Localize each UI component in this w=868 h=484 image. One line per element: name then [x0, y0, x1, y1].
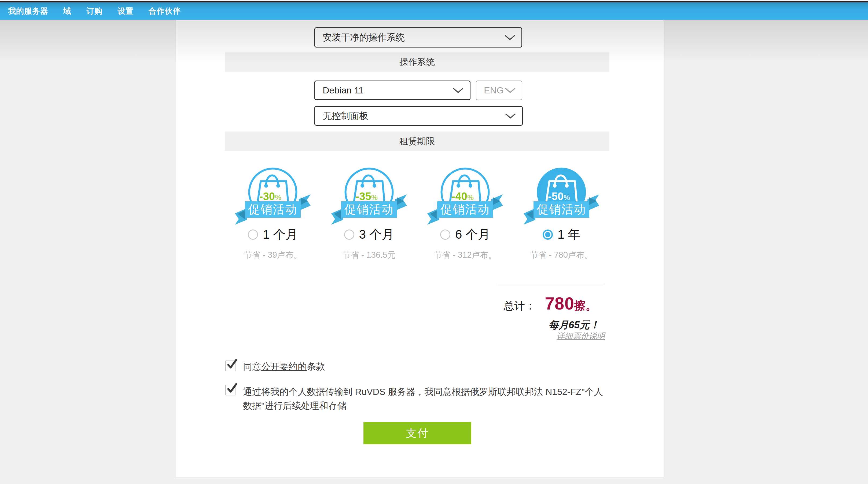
lease-section-header: 租赁期限 — [225, 132, 610, 151]
control-panel-select[interactable]: 无控制面板 — [314, 106, 523, 125]
control-panel-select-value: 无控制面板 — [323, 110, 505, 122]
chevron-down-icon — [504, 87, 516, 93]
chevron-down-icon — [504, 34, 516, 40]
radio-3-months[interactable] — [344, 229, 354, 240]
period-option-1-year[interactable]: -50% 促销活动 1 年 节省 - 780卢布。 — [514, 164, 610, 261]
nav-item-my-servers[interactable]: 我的服务器 — [8, 6, 48, 17]
radio-1-year[interactable] — [542, 229, 553, 240]
period-option-1-month[interactable]: -30% 促销活动 1 个月 节省 - 39卢布。 — [225, 164, 321, 261]
check-icon — [226, 383, 238, 394]
chevron-down-icon — [453, 87, 464, 93]
per-month-note: 每月65元！ — [549, 318, 599, 332]
tariff-details-link[interactable]: 详细票价说明 — [557, 331, 605, 342]
nav-item-order[interactable]: 订购 — [86, 6, 102, 17]
agreement-personal-data: 通过将我的个人数据传输到 RuVDS 服务器，我同意根据俄罗斯联邦联邦法 N15… — [225, 385, 611, 412]
nav-item-settings[interactable]: 设置 — [118, 6, 133, 17]
period-savings: 节省 - 39卢布。 — [244, 249, 302, 261]
check-icon — [226, 359, 238, 370]
svg-text:促销活动: 促销活动 — [440, 203, 490, 216]
nav-item-domains[interactable]: 域 — [63, 6, 71, 17]
summary-divider — [497, 284, 605, 284]
radio-1-month[interactable] — [248, 229, 258, 240]
agreement-text-prefix: 同意 — [243, 361, 261, 372]
offer-terms-link[interactable]: 公开要约的 — [261, 361, 307, 372]
os-select-value: Debian 11 — [323, 85, 453, 95]
promo-badge-icon: -30% 促销活动 — [234, 164, 312, 226]
total-currency: 擦。 — [574, 298, 597, 313]
period-savings: 节省 - 312卢布。 — [434, 249, 496, 261]
os-section-title: 操作系统 — [399, 56, 435, 68]
agreement-personal-data-text: 通过将我的个人数据传输到 RuVDS 服务器，我同意根据俄罗斯联邦联邦法 N15… — [243, 385, 611, 412]
svg-text:促销活动: 促销活动 — [344, 203, 394, 216]
os-section-header: 操作系统 — [225, 52, 610, 72]
promo-badge-icon: -35% 促销活动 — [330, 164, 408, 226]
agreement-offer-text: 同意公开要约的条款 — [243, 361, 325, 372]
lease-section-title: 租赁期限 — [399, 135, 435, 147]
period-label: 6 个月 — [455, 226, 490, 243]
os-language-select-value: ENG — [484, 85, 504, 95]
top-strip — [0, 0, 868, 2]
checkbox-offer-terms[interactable] — [225, 361, 236, 371]
svg-text:促销活动: 促销活动 — [536, 203, 586, 216]
total-amount: 780 — [545, 294, 574, 314]
os-select[interactable]: Debian 11 — [314, 81, 470, 100]
total-row: 总计： 780 擦。 — [503, 294, 597, 314]
period-label: 3 个月 — [359, 226, 394, 243]
chevron-down-icon — [505, 113, 516, 119]
total-label: 总计： — [503, 298, 536, 313]
period-option-3-months[interactable]: -35% 促销活动 3 个月 节省 - 136.5元 — [321, 164, 417, 261]
svg-text:促销活动: 促销活动 — [248, 203, 298, 216]
reinstall-os-select[interactable]: 安装干净的操作系统 — [314, 27, 522, 48]
main-nav: 我的服务器 域 订购 设置 合作伙伴 — [0, 2, 868, 20]
promo-badge-icon: -40% 促销活动 — [426, 164, 504, 226]
page: 我的服务器 域 订购 设置 合作伙伴 安装干净的操作系统 操作系统 Debian… — [0, 0, 868, 484]
period-option-6-months[interactable]: -40% 促销活动 6 个月 节省 - 312卢布。 — [417, 164, 514, 261]
lease-period-options: -30% 促销活动 1 个月 节省 - 39卢布。 — [225, 164, 610, 261]
period-savings: 节省 - 780卢布。 — [530, 249, 593, 261]
os-language-select-disabled: ENG — [476, 81, 522, 100]
order-form-panel: 安装干净的操作系统 操作系统 Debian 11 ENG 无控制面板 租赁期限 — [176, 20, 664, 477]
reinstall-os-select-value: 安装干净的操作系统 — [323, 31, 504, 44]
nav-item-partners[interactable]: 合作伙伴 — [149, 6, 181, 17]
period-label: 1 年 — [558, 226, 580, 243]
agreement-text-suffix: 条款 — [307, 361, 325, 372]
period-savings: 节省 - 136.5元 — [343, 249, 396, 261]
radio-6-months[interactable] — [440, 229, 451, 240]
checkbox-personal-data[interactable] — [225, 385, 236, 395]
pay-button[interactable]: 支付 — [364, 422, 471, 444]
promo-badge-icon: -50% 促销活动 — [523, 164, 600, 226]
period-label: 1 个月 — [263, 226, 298, 243]
agreement-offer-terms: 同意公开要约的条款 — [225, 361, 325, 372]
